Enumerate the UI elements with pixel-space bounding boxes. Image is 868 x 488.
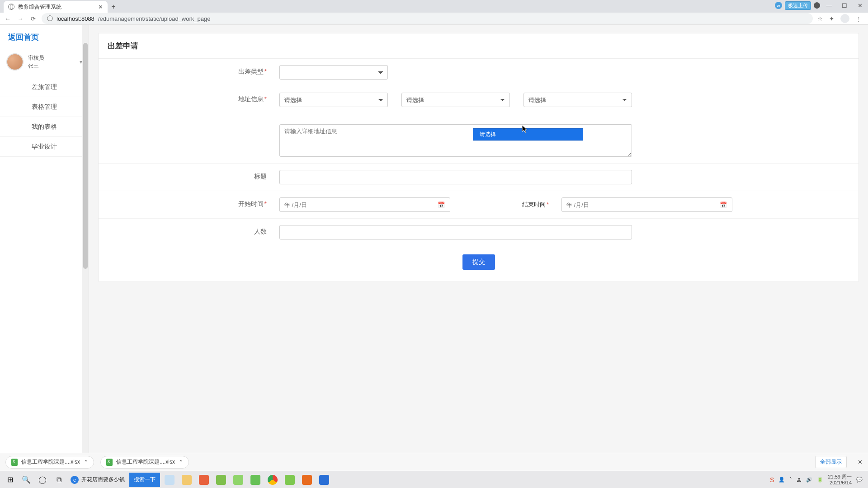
taskbar-app[interactable] [231,473,246,487]
download-filename: 信息工程学院课题....xlsx [21,458,80,466]
main-content: 出差申请 出差类型* 地址信息* 请选择 请选择 请选择 [89,25,868,471]
label-subject: 标题 [254,173,267,180]
new-tab-button[interactable]: + [108,1,119,13]
home-link[interactable]: 返回首页 [0,25,89,50]
close-window-button[interactable]: ✕ [854,1,866,10]
taskbar-clock[interactable]: 21:59 周一 2021/6/14 [828,474,852,485]
row-trip-type: 出差类型* [99,59,859,86]
tray-network-icon[interactable]: 🖧 [797,477,802,483]
user-name: 张三 [28,62,44,70]
sidebar-item-forms[interactable]: 表格管理 [0,97,89,117]
chrome-menu-icon[interactable]: ⋮ [856,15,862,22]
taskbar-app[interactable] [179,473,194,487]
taskbar-app[interactable] [282,473,297,487]
start-button[interactable]: ⊞ [3,473,17,487]
taskbar-search-button[interactable]: 搜索一下 [129,473,160,487]
extension-pill[interactable]: 极速上传 [785,1,811,10]
sidebar-item-my-forms[interactable]: 我的表格 [0,117,89,137]
scrollbar-thumb[interactable] [83,43,88,269]
label-address: 地址信息 [238,95,264,103]
download-item-2[interactable]: 信息工程学院课题....xlsx ⌃ [100,456,189,469]
scrollbar[interactable] [82,25,89,471]
tray-chevron-icon[interactable]: ˄ [789,477,792,483]
windows-taskbar: ⊞ 🔍 ◯ ⧉ e 开花店需要多少钱 搜索一下 S 👤 ˄ 🖧 🔊 🔋 21:5… [0,471,868,488]
notifications-icon[interactable]: 💬 [856,477,863,483]
select-city-dropdown[interactable]: 请选择 [473,128,583,141]
tray-icon[interactable]: 👤 [778,477,785,483]
tray-battery-icon[interactable]: 🔋 [817,477,823,483]
input-start-date[interactable] [279,197,450,212]
taskbar-app[interactable] [299,473,315,487]
close-shelf-icon[interactable]: ✕ [858,459,863,465]
ie-icon: e [71,476,79,484]
taskbar-ie-item[interactable]: e 开花店需要多少钱 [68,473,127,487]
xlsx-icon [106,459,113,466]
row-address: 地址信息* 请选择 请选择 请选择 [99,86,859,164]
calendar-icon[interactable]: 📅 [720,202,727,208]
extensions-icon[interactable]: ✦ [829,15,834,22]
cursor-icon [522,125,528,133]
download-item-1[interactable]: 信息工程学院课题....xlsx ⌃ [5,456,94,469]
tray-icon[interactable]: S [770,476,774,483]
taskbar-app[interactable] [248,473,263,487]
search-icon[interactable]: 🔍 [19,473,33,487]
taskbar-app[interactable] [213,473,229,487]
tray-volume-icon[interactable]: 🔊 [806,477,812,483]
submit-button[interactable]: 提交 [462,254,495,270]
address-bar[interactable]: ⓘ localhost:8088/edumanagement/static/up… [42,13,813,24]
input-people[interactable] [279,225,632,239]
chevron-up-icon[interactable]: ⌃ [84,459,88,465]
extension-icon[interactable]: ∞ [775,2,782,9]
maximize-button[interactable]: ☐ [838,1,851,10]
browser-tab[interactable]: 教务综合管理系统 ✕ [4,1,108,13]
profile-avatar-icon[interactable] [840,14,849,23]
system-tray: S 👤 ˄ 🖧 🔊 🔋 21:59 周一 2021/6/14 💬 [770,474,865,485]
label-trip-type: 出差类型 [238,68,264,75]
input-subject[interactable] [279,170,632,184]
input-end-date[interactable] [561,197,732,212]
tab-bar: 教务综合管理系统 ✕ + ∞ 极速上传 — ☐ ✕ [0,0,868,13]
sidebar-item-travel[interactable]: 差旅管理 [0,77,89,97]
calendar-icon[interactable]: 📅 [438,202,445,208]
dropdown-option[interactable]: 请选择 [480,131,496,137]
form-card: 出差申请 出差类型* 地址信息* 请选择 请选择 请选择 [98,33,859,282]
row-people: 人数 [99,219,859,246]
label-people: 人数 [254,228,267,235]
minimize-button[interactable]: — [823,1,835,10]
form-title: 出差申请 [99,33,859,59]
window-controls: ∞ 极速上传 — ☐ ✕ [775,1,866,10]
close-tab-icon[interactable]: ✕ [98,4,103,10]
select-city[interactable]: 请选择 [401,93,510,107]
download-filename: 信息工程学院课题....xlsx [116,458,175,466]
dot-icon[interactable] [814,2,820,9]
taskbar-app[interactable] [316,473,332,487]
forward-button[interactable]: → [16,14,24,23]
avatar [6,53,24,70]
row-dates: 开始时间* 📅 结束时间* 📅 [99,191,859,219]
url-path: /edumanagement/static/upload_work_page [98,15,211,22]
site-info-icon[interactable]: ⓘ [47,14,53,23]
sidebar: 返回首页 审核员 张三 ▾ 差旅管理 表格管理 我的表格 毕业设计 [0,25,89,471]
cortana-icon[interactable]: ◯ [35,473,50,487]
show-all-downloads[interactable]: 全部显示 [815,456,847,468]
reload-button[interactable]: ⟳ [29,14,37,23]
task-view-icon[interactable]: ⧉ [52,473,66,487]
select-province[interactable]: 请选择 [279,93,388,107]
browser-chrome: 教务综合管理系统 ✕ + ∞ 极速上传 — ☐ ✕ ← → ⟳ ⓘ localh… [0,0,868,25]
row-subject: 标题 [99,164,859,191]
bookmark-icon[interactable]: ☆ [817,15,823,22]
taskbar-app-chrome[interactable] [265,473,280,487]
select-district[interactable]: 请选择 [524,93,632,107]
chevron-up-icon[interactable]: ⌃ [179,459,183,465]
taskbar-app[interactable] [196,473,212,487]
user-row[interactable]: 审核员 张三 ▾ [0,50,89,77]
browser-toolbar: ← → ⟳ ⓘ localhost:8088/edumanagement/sta… [0,13,868,25]
back-button[interactable]: ← [4,14,12,23]
user-role: 审核员 [28,54,44,62]
select-trip-type[interactable] [279,65,388,80]
tab-title: 教务综合管理系统 [18,3,61,11]
page: 返回首页 审核员 张三 ▾ 差旅管理 表格管理 我的表格 毕业设计 出差申请 出… [0,25,868,471]
globe-icon [8,4,14,10]
taskbar-app[interactable] [162,473,177,487]
sidebar-item-thesis[interactable]: 毕业设计 [0,137,89,157]
